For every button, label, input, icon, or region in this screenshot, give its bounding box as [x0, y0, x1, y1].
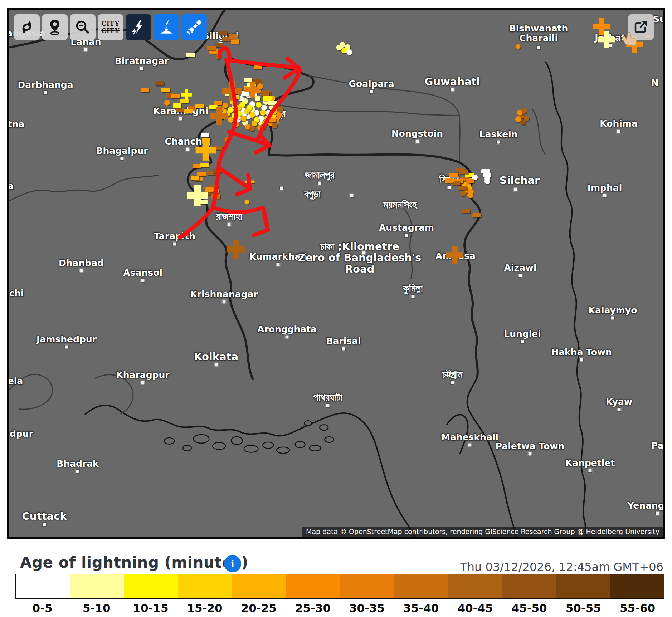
- legend-box: [232, 574, 286, 598]
- red-annotation-segment: [220, 48, 230, 59]
- satellite-icon: [185, 18, 203, 36]
- legend-bin-labels: 0-55-1010-1515-2020-2525-3030-3535-4040-…: [15, 602, 664, 614]
- red-annotation-segment: [258, 70, 300, 138]
- red-annotation-segment: [213, 207, 268, 230]
- legend-box: [448, 574, 502, 598]
- red-annotation-segment: [229, 132, 257, 141]
- map-attribution: Map data © OpenStreetMap contributors, r…: [302, 527, 663, 537]
- refresh-button[interactable]: [14, 14, 40, 40]
- legend-box: [178, 574, 232, 598]
- legend-bin-label: 25-30: [286, 602, 340, 614]
- lightning-strikes-toggle[interactable]: [126, 14, 151, 40]
- legend-box: [16, 574, 70, 598]
- legend-title: Age of lightning (minutes): [20, 554, 248, 571]
- timestamp: Thu 03/12/2026, 12:45am GMT+06: [460, 560, 663, 574]
- legend-bin-label: 5-10: [69, 602, 123, 614]
- zoom-out-icon: [74, 19, 91, 36]
- info-icon[interactable]: i: [224, 555, 241, 572]
- red-annotation-segment: [256, 145, 270, 152]
- red-annotation-segment: [254, 230, 268, 235]
- legend-color-scale: [15, 574, 664, 599]
- legend-box: [70, 574, 124, 598]
- satellite-toggle[interactable]: [181, 14, 207, 40]
- legend-bin-label: 0-5: [15, 602, 69, 614]
- legend-bin-label: 30-35: [340, 602, 394, 614]
- my-location-button[interactable]: [42, 14, 68, 40]
- hand-cursor: [622, 31, 638, 46]
- lightning-map[interactable]: langawaLahanDarbhangaBiratnagarSiliguriB…: [7, 8, 665, 539]
- legend-box: [394, 574, 448, 598]
- legend-bin-label: 20-25: [232, 602, 286, 614]
- legend-bin-label: 35-40: [394, 602, 448, 614]
- legend-box: [502, 574, 556, 598]
- legend-bin-label: 15-20: [178, 602, 232, 614]
- lightning-bolts-icon: [130, 18, 147, 36]
- legend-bin-label: 40-45: [448, 602, 502, 614]
- red-annotation-segment: [219, 168, 249, 188]
- city-labels-toggle[interactable]: CITY CITY: [98, 14, 123, 40]
- red-annotation-path: [9, 10, 663, 537]
- legend-bin-label: 10-15: [123, 602, 177, 614]
- legend-bin-label: 55-60: [610, 602, 664, 614]
- city-toggle-label: CITY CITY: [101, 20, 120, 34]
- red-annotation-segment: [237, 189, 250, 195]
- location-pin-icon: [46, 19, 63, 36]
- legend-bin-label: 45-50: [502, 602, 556, 614]
- zoom-out-button[interactable]: [70, 14, 96, 40]
- lightning-strike-ground-icon: [157, 18, 175, 36]
- strike-location-toggle[interactable]: [154, 14, 179, 40]
- legend-box: [556, 574, 610, 598]
- refresh-icon: [18, 19, 35, 36]
- legend-box: [610, 574, 664, 598]
- legend-box: [340, 574, 394, 598]
- red-annotation-segment: [180, 233, 188, 238]
- legend-box: [286, 574, 340, 598]
- legend-bin-label: 50-55: [556, 602, 610, 614]
- red-annotation-segment: [248, 175, 250, 189]
- legend-box: [124, 574, 178, 598]
